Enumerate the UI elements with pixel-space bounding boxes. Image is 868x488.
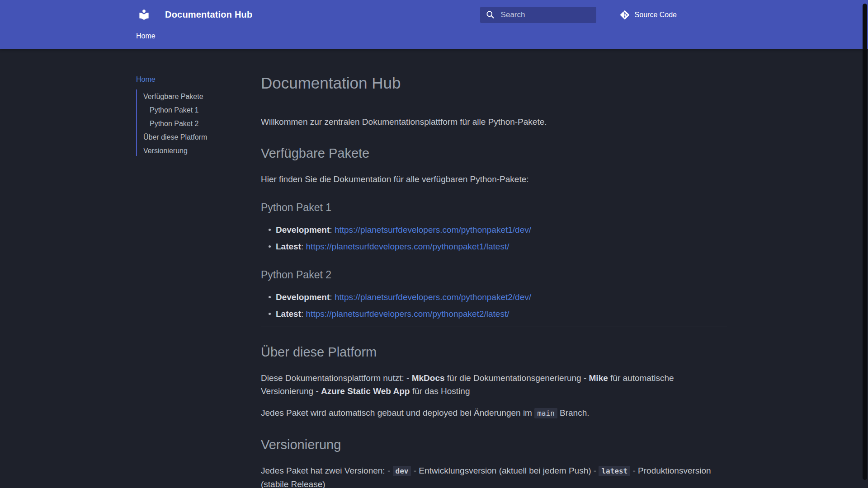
build-paragraph: Jedes Paket wird automatisch gebaut und …	[261, 406, 727, 420]
text-run: Jedes Paket hat zwei Versionen: -	[261, 466, 393, 475]
package-2-links: Development: https://planetsurfdeveloper…	[261, 291, 727, 320]
site-title: Documentation Hub	[165, 9, 252, 20]
code-latest: latest	[599, 466, 630, 476]
heading-python-paket-1: Python Paket 1	[261, 201, 727, 214]
about-paragraph: Diese Dokumentationsplattform nutzt: - M…	[261, 371, 727, 398]
code-dev: dev	[393, 466, 411, 476]
page-title: Documentation Hub	[261, 74, 727, 93]
main-content: Documentation Hub Willkommen zur zentral…	[261, 49, 727, 488]
dev-link-paket-2[interactable]: https://planetsurfdevelopers.com/pythonp…	[335, 292, 531, 302]
toc-item-ueber-diese-platform[interactable]: Über diese Platform	[137, 133, 261, 141]
sidebar-nav: Home Verfügbare Pakete Python Paket 1 Py…	[136, 49, 261, 488]
link-label: Development	[276, 225, 330, 235]
source-code-label: Source Code	[635, 11, 677, 19]
link-label: Development	[276, 292, 330, 302]
text-run: für die Dokumentationsgenerierung -	[445, 373, 589, 383]
text-run-bold: MkDocs	[412, 373, 445, 383]
text-run-bold: Azure Static Web App	[321, 386, 410, 396]
toc-list: Verfügbare Pakete Python Paket 1 Python …	[136, 89, 261, 156]
toc-item-python-paket-2[interactable]: Python Paket 2	[137, 119, 261, 128]
list-item: Development: https://planetsurfdeveloper…	[261, 223, 727, 236]
source-code-link[interactable]: Source Code	[619, 9, 677, 20]
section-divider	[261, 327, 727, 327]
heading-verfuegbare-pakete: Verfügbare Pakete	[261, 145, 727, 162]
text-run: für das Hosting	[410, 386, 470, 396]
search-input[interactable]	[500, 10, 592, 20]
scrollbar-thumb[interactable]	[863, 4, 867, 480]
colon: :	[330, 225, 335, 235]
package-1-links: Development: https://planetsurfdeveloper…	[261, 223, 727, 253]
colon: :	[301, 309, 306, 319]
list-item: Latest: https://planetsurfdevelopers.com…	[261, 240, 727, 253]
sidebar-item-home[interactable]: Home	[136, 75, 156, 84]
dev-link-paket-1[interactable]: https://planetsurfdevelopers.com/pythonp…	[335, 225, 531, 235]
app-header: Documentation Hub Source Code Home	[0, 0, 868, 49]
latest-link-paket-2[interactable]: https://planetsurfdevelopers.com/pythonp…	[306, 309, 509, 319]
text-run: Jedes Paket wird automatisch gebaut und …	[261, 408, 534, 418]
text-run: - Entwicklungsversion (aktuell bei jedem…	[411, 466, 599, 475]
colon: :	[301, 242, 306, 251]
colon: :	[330, 292, 335, 302]
header-tabs: Home	[0, 29, 868, 49]
git-icon	[619, 9, 630, 20]
search-icon	[486, 10, 495, 19]
toc-item-python-paket-1[interactable]: Python Paket 1	[137, 106, 261, 114]
tab-home[interactable]: Home	[136, 29, 156, 40]
heading-python-paket-2: Python Paket 2	[261, 268, 727, 282]
available-intro: Hier finden Sie die Dokumentation für al…	[261, 173, 727, 186]
intro-paragraph: Willkommen zur zentralen Dokumentationsp…	[261, 115, 727, 128]
toc-item-verfuegbare-pakete[interactable]: Verfügbare Pakete	[137, 92, 261, 101]
local-library-icon	[138, 9, 150, 21]
text-run-bold: Mike	[589, 373, 608, 383]
code-main-branch: main	[534, 408, 557, 418]
text-run: Branch.	[557, 408, 590, 418]
link-label: Latest	[276, 242, 301, 251]
toc-item-versionierung[interactable]: Versionierung	[137, 146, 261, 155]
versioning-paragraph: Jedes Paket hat zwei Versionen: - dev - …	[261, 464, 727, 488]
list-item: Development: https://planetsurfdeveloper…	[261, 291, 727, 304]
list-item: Latest: https://planetsurfdevelopers.com…	[261, 307, 727, 320]
text-run: Diese Dokumentationsplattform nutzt: -	[261, 373, 412, 383]
latest-link-paket-1[interactable]: https://planetsurfdevelopers.com/pythonp…	[306, 242, 509, 251]
heading-versionierung: Versionierung	[261, 436, 727, 453]
link-label: Latest	[276, 309, 301, 319]
search-bar[interactable]	[480, 7, 596, 23]
site-logo-button[interactable]	[137, 8, 151, 22]
heading-ueber-diese-platform: Über diese Platform	[261, 343, 727, 361]
